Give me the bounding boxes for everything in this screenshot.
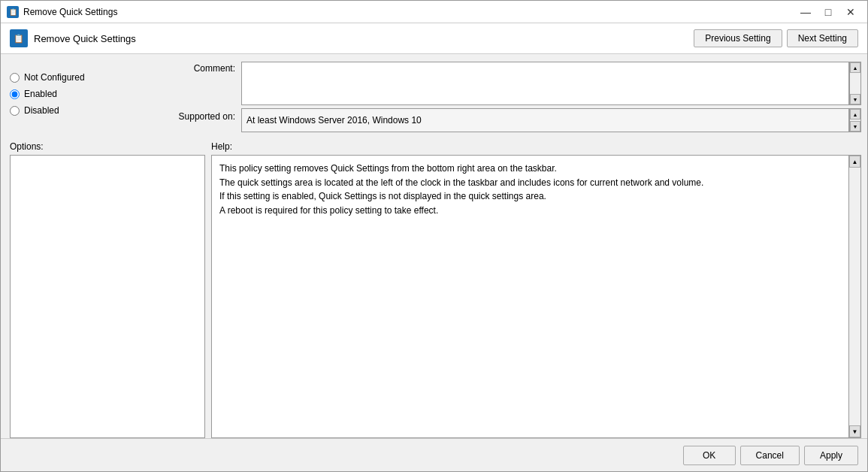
- left-panel: Not Configured Enabled Disabled: [1, 62, 166, 135]
- close-button[interactable]: ✕: [840, 5, 861, 20]
- comment-row: Comment: ▲ ▼: [166, 62, 861, 105]
- apply-button[interactable]: Apply: [804, 446, 858, 465]
- help-para-4: A reboot is required for this policy set…: [219, 204, 841, 218]
- help-scroll-up[interactable]: ▲: [849, 156, 860, 168]
- comment-input-wrap: ▲ ▼: [241, 62, 861, 105]
- help-scroll-down[interactable]: ▼: [849, 425, 860, 437]
- supported-scroll-up[interactable]: ▲: [850, 109, 860, 120]
- help-area: This policy setting removes Quick Settin…: [211, 155, 861, 438]
- options-area: [10, 155, 205, 438]
- help-content: This policy setting removes Quick Settin…: [212, 156, 848, 437]
- radio-enabled-label: Enabled: [24, 89, 57, 99]
- header-icon: 📋: [10, 29, 28, 47]
- radio-group: Not Configured Enabled Disabled: [10, 72, 157, 116]
- help-column: Help: This policy setting removes Quick …: [205, 138, 861, 438]
- radio-not-configured-label: Not Configured: [24, 72, 85, 83]
- radio-disabled[interactable]: Disabled: [10, 105, 157, 116]
- help-scrollbar: ▲ ▼: [848, 156, 860, 437]
- radio-not-configured[interactable]: Not Configured: [10, 72, 157, 83]
- radio-not-configured-input[interactable]: [10, 73, 20, 83]
- comment-scroll-up[interactable]: ▲: [850, 62, 860, 73]
- comment-scrollbar: ▲ ▼: [849, 62, 861, 105]
- window-icon: 📋: [7, 6, 19, 18]
- cancel-button[interactable]: Cancel: [740, 446, 800, 465]
- help-para-3: If this setting is enabled, Quick Settin…: [219, 189, 841, 204]
- comment-label: Comment:: [166, 62, 241, 74]
- supported-row: Supported on: At least Windows Server 20…: [166, 108, 861, 132]
- help-para-2: The quick settings area is located at th…: [219, 176, 841, 190]
- help-header: Help:: [211, 138, 861, 155]
- dialog-title: Remove Quick Settings: [34, 33, 694, 44]
- help-para-1: This policy setting removes Quick Settin…: [219, 162, 841, 176]
- supported-value-wrap: At least Windows Server 2016, Windows 10…: [241, 108, 861, 132]
- supported-scrollbar: ▲ ▼: [849, 108, 861, 132]
- header-nav: Previous Setting Next Setting: [694, 29, 858, 47]
- title-bar-controls: — □ ✕: [795, 5, 861, 20]
- supported-value: At least Windows Server 2016, Windows 10: [241, 108, 849, 132]
- minimize-button[interactable]: —: [795, 5, 816, 20]
- supported-scroll-down[interactable]: ▼: [850, 121, 860, 132]
- dialog-header: 📋 Remove Quick Settings Previous Setting…: [1, 23, 867, 54]
- window-title: Remove Quick Settings: [23, 7, 795, 17]
- title-bar: 📋 Remove Quick Settings — □ ✕: [1, 1, 867, 23]
- supported-label: Supported on:: [166, 108, 241, 122]
- help-scroll-thumb: [849, 168, 860, 425]
- radio-enabled[interactable]: Enabled: [10, 89, 157, 99]
- previous-setting-button[interactable]: Previous Setting: [694, 29, 782, 47]
- options-column: Options:: [10, 138, 205, 438]
- radio-disabled-label: Disabled: [24, 105, 59, 116]
- comment-scroll-down[interactable]: ▼: [850, 94, 860, 104]
- next-setting-button[interactable]: Next Setting: [787, 29, 858, 47]
- main-body: Not Configured Enabled Disabled Comm: [1, 54, 867, 438]
- bottom-bar: OK Cancel Apply: [1, 438, 867, 471]
- radio-disabled-input[interactable]: [10, 106, 20, 116]
- top-area: Not Configured Enabled Disabled Comm: [1, 54, 867, 138]
- radio-enabled-input[interactable]: [10, 89, 20, 99]
- maximize-button[interactable]: □: [818, 5, 839, 20]
- options-help-section: Options: Help: This policy setting remov…: [10, 138, 861, 438]
- window: 📋 Remove Quick Settings — □ ✕ 📋 Remove Q…: [0, 0, 868, 472]
- comment-textarea[interactable]: [241, 62, 849, 105]
- ok-button[interactable]: OK: [683, 446, 736, 465]
- options-header: Options:: [10, 138, 205, 155]
- right-fields: Comment: ▲ ▼ Supported on: At least: [166, 62, 867, 135]
